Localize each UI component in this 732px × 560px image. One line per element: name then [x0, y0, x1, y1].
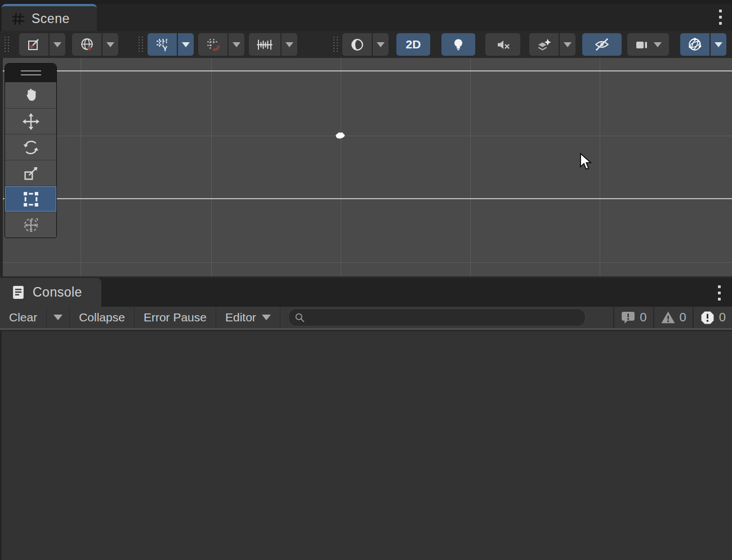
rect-tool-button[interactable] — [5, 186, 56, 212]
scale-icon — [23, 165, 39, 182]
draw-mode-dropdown[interactable] — [373, 33, 389, 56]
lightbulb-icon[interactable] — [441, 33, 475, 56]
window-left-edge — [0, 58, 3, 276]
gizmo-sphere-icon[interactable] — [680, 33, 709, 56]
document-lines-icon — [11, 285, 25, 300]
scene-tab-label: Scene — [32, 11, 70, 26]
error-pause-label: Error Pause — [144, 311, 207, 324]
view-options-cluster: 2D — [342, 33, 726, 56]
collapse-button[interactable]: Collapse — [70, 307, 135, 328]
scene-viewport[interactable] — [0, 58, 732, 276]
tool-settings-dropdown[interactable] — [50, 33, 65, 56]
transform-gizmo-icon — [22, 216, 40, 234]
tool-handle-rotation-dropdown[interactable] — [102, 33, 118, 56]
console-message-counters: 0 0 0 — [613, 307, 732, 328]
gizmos-button — [680, 33, 726, 56]
view-tool-button[interactable] — [5, 82, 56, 108]
grid-line-vertical — [600, 58, 600, 276]
overlay-drag-handle[interactable] — [5, 37, 9, 52]
tab-bar-filler — [97, 4, 732, 31]
console-log-area[interactable] — [0, 331, 732, 560]
tool-handle-rotation-button — [72, 33, 118, 56]
warning-triangle-icon — [660, 310, 676, 325]
increment-snap-dropdown[interactable] — [282, 33, 297, 56]
info-count-toggle[interactable]: 0 — [613, 307, 653, 328]
dropdown-triangle-icon — [262, 315, 271, 320]
error-octagon-icon — [700, 310, 715, 325]
eye-slash-icon[interactable] — [582, 33, 622, 56]
grid-magnet-icon[interactable] — [198, 33, 227, 56]
clear-dropdown[interactable] — [47, 307, 70, 328]
move-tool-button[interactable] — [5, 108, 56, 134]
grid-line-vertical — [211, 58, 212, 276]
scene-lighting-button — [441, 33, 475, 56]
dropdown-triangle-icon — [285, 42, 293, 47]
dropdown-triangle-icon — [53, 42, 61, 47]
tab-console[interactable]: Console — [0, 278, 101, 307]
video-camera-icon — [635, 38, 649, 52]
info-bubble-icon — [621, 310, 636, 325]
pivot-square-icon[interactable] — [19, 33, 48, 56]
console-kebab-menu-icon[interactable] — [714, 285, 724, 301]
rotate-arrows-icon — [23, 139, 39, 156]
tool-settings-button — [19, 33, 65, 56]
grid-snapping-dropdown[interactable] — [229, 33, 244, 56]
console-toolbar: Clear Collapse Error Pause Editor — [0, 307, 732, 330]
audio-muted-icon[interactable] — [485, 33, 520, 56]
error-pause-button[interactable]: Error Pause — [135, 307, 216, 328]
collapse-label: Collapse — [79, 311, 125, 324]
editor-dropdown-button[interactable]: Editor — [216, 307, 280, 328]
overlay-drag-handle[interactable] — [139, 37, 143, 52]
unity-editor-window: Scene — [0, 0, 732, 560]
clear-button[interactable]: Clear — [0, 307, 47, 328]
grid-y-icon[interactable]: Y — [148, 33, 177, 56]
grid-hash-icon — [11, 12, 25, 26]
transform-tool-button[interactable] — [5, 212, 56, 238]
grid-line-vertical — [81, 58, 81, 276]
editor-label: Editor — [225, 311, 256, 324]
tab-scene[interactable]: Scene — [2, 4, 97, 31]
grid-line-vertical — [341, 58, 341, 276]
clear-label: Clear — [9, 311, 37, 324]
rect-corners-icon — [22, 190, 40, 208]
rotate-tool-button[interactable] — [5, 134, 56, 160]
grid-snap-cluster: Y — [148, 33, 297, 56]
dropdown-triangle-icon — [233, 42, 240, 47]
grid-snapping-button — [198, 33, 244, 56]
increment-snap-button — [249, 33, 297, 56]
scene-effects-dropdown[interactable] — [560, 33, 575, 56]
ruler-ticks-icon[interactable] — [249, 33, 280, 56]
dropdown-triangle-icon — [715, 42, 722, 47]
svg-text:Y: Y — [163, 44, 168, 52]
globe-icon[interactable] — [72, 33, 101, 56]
scene-kebab-menu-icon[interactable] — [715, 10, 725, 25]
move-arrows-icon — [23, 113, 39, 130]
error-count-toggle[interactable]: 0 — [693, 307, 732, 328]
scale-tool-button[interactable] — [5, 160, 56, 186]
scene-audio-button — [485, 33, 520, 56]
tools-overlay — [5, 63, 57, 238]
dropdown-triangle-icon — [564, 42, 572, 47]
scene-effects-button — [529, 33, 575, 56]
effects-sparkle-icon[interactable] — [529, 33, 559, 56]
tools-overlay-drag-handle[interactable] — [5, 64, 56, 82]
scene-toolbar: Y — [0, 31, 732, 58]
console-search-input[interactable] — [310, 311, 579, 324]
warning-count-toggle[interactable]: 0 — [653, 307, 693, 328]
sprite-object[interactable] — [334, 132, 347, 140]
grid-line-vertical — [470, 58, 471, 276]
grid-line-horizontal — [0, 262, 732, 263]
grid-line-horizontal — [0, 70, 732, 71]
grid-line-horizontal — [0, 198, 732, 199]
grid-line-horizontal — [0, 136, 732, 136]
console-tab-bar: Console — [0, 278, 732, 307]
console-search-field[interactable] — [288, 308, 586, 326]
overlay-drag-handle[interactable] — [333, 37, 338, 52]
tool-settings-cluster — [19, 33, 118, 56]
grid-visibility-dropdown[interactable] — [178, 33, 194, 56]
gizmos-dropdown[interactable] — [711, 33, 726, 56]
mouse-cursor-icon — [579, 153, 592, 171]
shaded-sphere-icon[interactable] — [342, 33, 372, 56]
warning-count: 0 — [680, 310, 686, 325]
hand-icon — [23, 87, 39, 104]
